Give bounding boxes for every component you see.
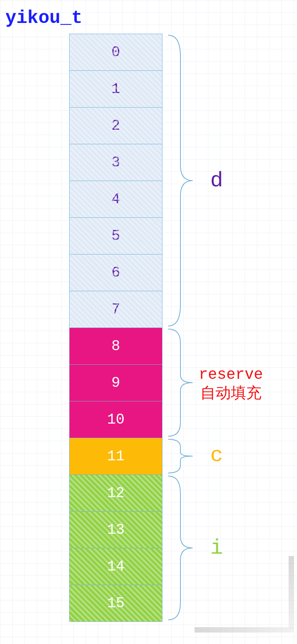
watermark-horizontal bbox=[195, 627, 294, 633]
byte-cell: 6 bbox=[69, 254, 162, 291]
field-label-i: i bbox=[210, 536, 223, 560]
brace-c bbox=[165, 438, 196, 474]
byte-cell: 1 bbox=[69, 71, 162, 108]
byte-cell: 3 bbox=[69, 144, 162, 181]
byte-stack: 0 1 2 3 4 5 6 7 8 9 10 11 12 13 14 15 bbox=[69, 34, 162, 622]
byte-cell: 14 bbox=[69, 548, 162, 585]
brace-d bbox=[165, 34, 196, 328]
byte-cell: 12 bbox=[69, 475, 162, 512]
brace-r bbox=[165, 328, 196, 438]
byte-cell: 8 bbox=[69, 328, 162, 365]
brace-i bbox=[165, 474, 196, 621]
watermark-vertical bbox=[289, 556, 294, 629]
field-label-d: d bbox=[210, 168, 223, 193]
byte-cell: 4 bbox=[69, 181, 162, 218]
byte-cell: 0 bbox=[69, 34, 162, 71]
byte-cell: 7 bbox=[69, 291, 162, 328]
byte-cell: 5 bbox=[69, 218, 162, 254]
byte-cell: 10 bbox=[69, 401, 162, 438]
field-label-reserve: reserve 自动填充 bbox=[199, 365, 263, 404]
byte-cell: 15 bbox=[69, 585, 162, 622]
byte-cell: 2 bbox=[69, 108, 162, 144]
struct-name: yikou_t bbox=[5, 8, 83, 28]
byte-cell: 9 bbox=[69, 365, 162, 401]
byte-cell: 11 bbox=[69, 438, 162, 475]
byte-cell: 13 bbox=[69, 512, 162, 548]
field-label-c: c bbox=[210, 443, 223, 468]
